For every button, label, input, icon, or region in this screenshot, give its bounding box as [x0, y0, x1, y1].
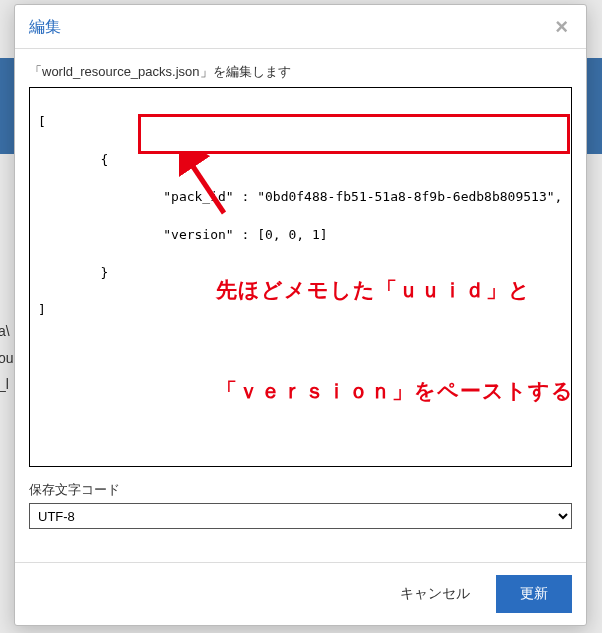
edit-file-label: 「world_resource_packs.json」を編集します	[29, 63, 572, 81]
cancel-button[interactable]: キャンセル	[382, 577, 488, 611]
encoding-label: 保存文字コード	[29, 481, 572, 499]
code-line: "version" : [0, 0, 1]	[38, 226, 563, 245]
modal-title: 編集	[29, 17, 61, 38]
code-line: }	[38, 264, 563, 283]
code-line: [	[38, 113, 563, 132]
update-button[interactable]: 更新	[496, 575, 572, 613]
modal-footer: キャンセル 更新	[15, 562, 586, 625]
code-line: {	[38, 151, 563, 170]
bg-text: a\ ou _l	[0, 318, 14, 398]
annotation-text: 先ほどメモした「ｕｕｉｄ」と 「ｖｅｒｓｉｏｎ」をペーストする！	[216, 206, 572, 467]
code-line: "pack_id" : "0bd0f488-fb51-51a8-8f9b-6ed…	[38, 188, 563, 207]
code-textarea[interactable]: [ { "pack_id" : "0bd0f488-fb51-51a8-8f9b…	[29, 87, 572, 467]
close-icon[interactable]: ×	[551, 16, 572, 38]
encoding-select[interactable]: UTF-8	[29, 503, 572, 529]
modal-header: 編集 ×	[15, 5, 586, 49]
modal-body: 「world_resource_packs.json」を編集します [ { "p…	[15, 49, 586, 562]
edit-modal: 編集 × 「world_resource_packs.json」を編集します […	[14, 4, 587, 626]
code-line: ]	[38, 301, 563, 320]
